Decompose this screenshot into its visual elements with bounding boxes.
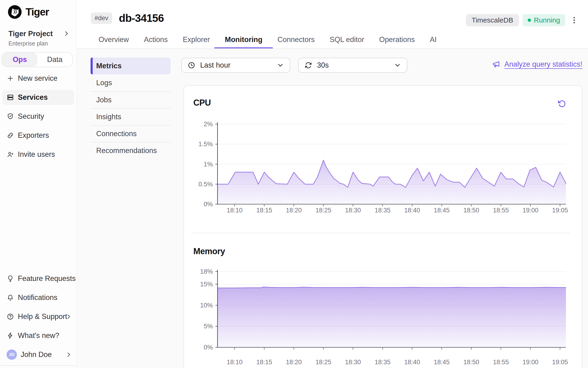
sidebar-item-new-service[interactable]: New service [2, 71, 74, 86]
svg-text:18:10: 18:10 [227, 207, 243, 214]
memory-chart-title: Memory [193, 246, 225, 256]
svg-text:18:25: 18:25 [316, 207, 332, 214]
svg-text:19:05: 19:05 [552, 207, 568, 214]
lightbulb-icon [7, 275, 14, 282]
monitoring-subnav: Metrics Logs Jobs Insights Connections R… [90, 57, 171, 159]
svg-text:18:50: 18:50 [463, 207, 479, 214]
tab-explorer[interactable]: Explorer [183, 30, 210, 49]
sidebar-item-exporters[interactable]: Exporters [2, 128, 74, 143]
service-header: #dev db-34156 TimescaleDB Running Overvi… [77, 0, 588, 49]
subnav-item-connections[interactable]: Connections [90, 125, 171, 142]
sidebar-item-notifications[interactable]: Notifications [2, 290, 74, 305]
time-range-dropdown[interactable]: Last hour [181, 58, 290, 73]
svg-text:1%: 1% [204, 161, 213, 168]
subnav-item-label: Logs [96, 79, 112, 87]
card-section-divider [191, 233, 570, 233]
svg-text:19:00: 19:00 [523, 359, 538, 366]
chevron-right-icon [65, 351, 72, 358]
svg-text:0%: 0% [204, 344, 213, 351]
refresh-interval-dropdown[interactable]: 30s [298, 58, 407, 73]
svg-text:18:20: 18:20 [286, 359, 302, 366]
sidebar-item-feature-requests[interactable]: Feature Requests [2, 271, 74, 286]
toggle-ops[interactable]: Ops [2, 53, 37, 67]
svg-text:18:20: 18:20 [286, 207, 302, 214]
svg-text:18%: 18% [200, 268, 213, 275]
sidebar-item-user[interactable]: JD John Doe [2, 347, 74, 362]
svg-text:0.5%: 0.5% [198, 181, 213, 188]
sidebar-bottom-divider [0, 365, 77, 366]
tab-overview[interactable]: Overview [99, 30, 129, 49]
services-icon [7, 94, 14, 101]
tiger-logo-icon [8, 5, 22, 19]
user-plus-icon [7, 151, 14, 158]
app-root: Tiger Tiger Project Enterprise plan Ops … [0, 0, 588, 368]
sidebar-item-whats-new[interactable]: What's new? [2, 328, 74, 343]
status-dot-icon [528, 18, 531, 22]
sidebar-item-help-support[interactable]: Help & Support [2, 309, 74, 324]
svg-text:18:40: 18:40 [404, 207, 420, 214]
subnav-item-label: Connections [96, 129, 136, 138]
product-badge: TimescaleDB [466, 14, 519, 26]
subnav-item-jobs[interactable]: Jobs [90, 91, 171, 108]
svg-text:18:25: 18:25 [316, 359, 332, 366]
tabbar-divider [77, 48, 588, 49]
svg-text:18:10: 18:10 [227, 359, 243, 366]
sidebar-item-label: New service [18, 74, 57, 83]
sidebar-footer: Feature Requests Notifications Help & Su… [2, 271, 74, 366]
svg-text:18:45: 18:45 [434, 207, 450, 214]
kebab-menu-button[interactable] [569, 14, 579, 26]
megaphone-icon [492, 60, 500, 69]
sidebar-item-label: Services [18, 93, 48, 102]
refresh-icon [304, 61, 312, 69]
sidebar-item-security[interactable]: Security [2, 109, 74, 124]
chevron-right-icon [65, 313, 72, 320]
tab-bar: Overview Actions Explorer Monitoring Con… [99, 30, 437, 49]
chevron-right-icon [63, 30, 70, 37]
svg-text:15%: 15% [200, 281, 213, 288]
sidebar-item-label: Help & Support [18, 312, 67, 321]
help-circle-icon [7, 313, 14, 320]
brand-logo[interactable]: Tiger [8, 5, 49, 19]
tab-sql-editor[interactable]: SQL editor [330, 30, 364, 49]
page-title: db-34156 [119, 12, 164, 24]
svg-text:10%: 10% [200, 302, 213, 309]
svg-text:18:40: 18:40 [404, 359, 420, 366]
subnav-item-label: Insights [96, 113, 121, 121]
subnav-item-recommendations[interactable]: Recommendations [90, 142, 171, 159]
reset-zoom-button[interactable] [557, 99, 567, 109]
svg-text:18:15: 18:15 [256, 359, 272, 366]
refresh-interval-value: 30s [317, 61, 389, 69]
sidebar-item-label: Feature Requests [18, 274, 76, 283]
svg-text:5%: 5% [204, 323, 213, 330]
project-plan: Enterprise plan [9, 40, 70, 47]
status-badge: Running [523, 14, 565, 26]
subnav-item-insights[interactable]: Insights [90, 108, 171, 125]
tab-ai[interactable]: AI [430, 30, 437, 49]
tab-monitoring[interactable]: Monitoring [225, 30, 262, 49]
toggle-data[interactable]: Data [37, 53, 72, 67]
subnav-item-logs[interactable]: Logs [90, 74, 171, 91]
tab-operations[interactable]: Operations [379, 30, 415, 49]
status-label: Running [534, 16, 560, 24]
chevron-down-icon [394, 62, 401, 69]
tab-connectors[interactable]: Connectors [277, 30, 315, 49]
ops-data-toggle: Ops Data [2, 52, 73, 67]
sidebar-item-invite-users[interactable]: Invite users [2, 147, 74, 162]
zap-icon [7, 332, 14, 339]
subnav-item-label: Recommendations [96, 147, 157, 155]
active-indicator-bar [90, 57, 93, 74]
user-name: John Doe [21, 350, 52, 359]
sidebar-item-label: Invite users [18, 150, 55, 159]
svg-text:19:00: 19:00 [523, 207, 538, 214]
svg-text:18:15: 18:15 [256, 207, 272, 214]
sidebar-item-services[interactable]: Services [2, 90, 74, 105]
memory-area-chart: 0%5%10%15%18%18:1018:1518:2018:2518:3018… [184, 266, 578, 368]
svg-text:18:30: 18:30 [345, 359, 361, 366]
analyze-query-statistics-link[interactable]: Analyze query statistics! [492, 60, 582, 69]
sidebar-item-label: Security [18, 112, 44, 121]
svg-text:18:45: 18:45 [434, 359, 450, 366]
subnav-item-metrics[interactable]: Metrics [90, 57, 171, 74]
svg-text:0%: 0% [204, 201, 213, 208]
tab-actions[interactable]: Actions [144, 30, 168, 49]
project-switcher[interactable]: Tiger Project Enterprise plan [9, 30, 70, 47]
